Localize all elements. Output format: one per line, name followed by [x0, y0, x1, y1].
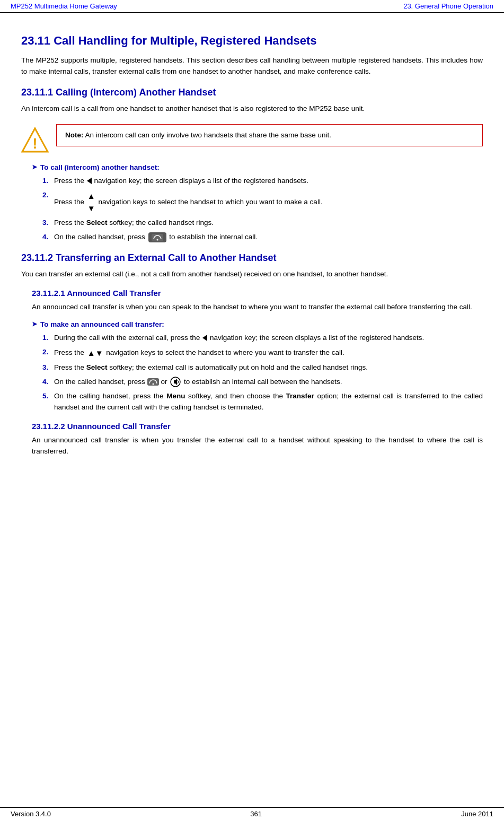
- section-23-11-2-2-title: 23.11.2.2 Unannounced Call Transfer: [32, 422, 483, 431]
- procedure-heading-announced-text: To make an announced call transfer:: [40, 320, 164, 328]
- announced-step-num-5: 5.: [42, 391, 54, 402]
- announced-step-4: 4. On the called handset, press or: [42, 377, 483, 388]
- page-wrapper: MP252 Multimedia Home Gateway 23. Genera…: [0, 0, 504, 820]
- intercom-step-3: 3. Press the Select softkey; the called …: [42, 217, 483, 229]
- call-button-icon-2: [147, 378, 161, 386]
- footer-left: Version 3.4.0: [11, 810, 51, 818]
- step-num-1: 1.: [42, 176, 54, 187]
- footer-center: 361: [250, 810, 262, 818]
- section-23-11-2-title: 23.11.2 Transferring an External Call to…: [21, 252, 483, 264]
- procedure-heading-text: To call (intercom) another handset:: [40, 163, 160, 171]
- announced-step-num-3: 3.: [42, 362, 54, 373]
- announced-step-text-3: Press the Select softkey; the external c…: [54, 362, 368, 373]
- section-23-11-2-1-body: An announced call transfer is when you c…: [32, 302, 483, 313]
- procedure-heading-announced: To make an announced call transfer:: [32, 320, 483, 328]
- intercom-step-1: 1. Press the navigation key; the screen …: [42, 176, 483, 187]
- announced-step-5: 5. On the calling handset, press the Men…: [42, 391, 483, 413]
- svg-point-3: [156, 239, 158, 241]
- step-text-1: Press the navigation key; the screen dis…: [54, 176, 308, 187]
- section-23-11-title: 23.11 Call Handling for Multiple, Regist…: [21, 34, 483, 48]
- page-content: 23.11 Call Handling for Multiple, Regist…: [0, 13, 504, 473]
- select-keyword-1: Select: [86, 219, 108, 226]
- announced-step-num-2: 2.: [42, 347, 54, 358]
- announced-step-3: 3. Press the Select softkey; the externa…: [42, 362, 483, 373]
- nav-left-icon-1: [87, 178, 92, 184]
- section-23-11-2-2-body: An unannounced call transfer is when you…: [32, 435, 483, 457]
- intercom-steps-list: 1. Press the navigation key; the screen …: [42, 176, 483, 243]
- step-num-2: 2.: [42, 190, 54, 201]
- warning-icon: !: [21, 126, 49, 154]
- step-num-4: 4.: [42, 232, 54, 243]
- menu-keyword: Menu: [166, 392, 185, 400]
- header-left: MP252 Multimedia Home Gateway: [11, 2, 117, 10]
- call-button-icon-1: [148, 232, 166, 242]
- nav-updown-icon-ann: ▲▼: [87, 347, 103, 359]
- page-header: MP252 Multimedia Home Gateway 23. Genera…: [0, 0, 504, 13]
- announced-step-num-1: 1.: [42, 333, 54, 344]
- header-right: 23. General Phone Operation: [403, 2, 493, 10]
- nav-updown-icon-2: ▲▼: [87, 190, 95, 215]
- step-text-4: On the called handset, press to establis…: [54, 232, 258, 243]
- announced-step-num-4: 4.: [42, 377, 54, 388]
- step-num-3: 3.: [42, 217, 54, 229]
- note-label: Note:: [65, 131, 84, 139]
- announced-steps-list: 1. During the call with the external cal…: [42, 333, 483, 413]
- section-23-11-2-body: You can transfer an external call (i.e.,…: [21, 269, 483, 280]
- announced-step-text-4: On the called handset, press or: [54, 377, 342, 388]
- announced-step-text-5: On the calling handset, press the Menu s…: [54, 391, 483, 413]
- announced-step-text-1: During the call with the external call, …: [54, 333, 424, 344]
- svg-text:!: !: [32, 135, 37, 152]
- step-text-2: Press the ▲▼ navigation keys to select t…: [54, 190, 323, 215]
- footer-right: June 2011: [461, 810, 493, 818]
- announced-step-1: 1. During the call with the external cal…: [42, 333, 483, 344]
- transfer-keyword: Transfer: [286, 392, 314, 400]
- section-23-11-body: The MP252 supports multiple, registered …: [21, 55, 483, 77]
- note-box-wrapper: ! Note: An intercom call can only involv…: [21, 124, 483, 154]
- note-content: An intercom call can only involve two ha…: [85, 131, 332, 139]
- step-text-3: Press the Select softkey; the called han…: [54, 217, 214, 229]
- intercom-step-4: 4. On the called handset, press to estab…: [42, 232, 483, 243]
- page-footer: Version 3.4.0 361 June 2011: [0, 807, 504, 820]
- select-keyword-2: Select: [86, 363, 108, 371]
- procedure-heading-intercom: To call (intercom) another handset:: [32, 163, 483, 171]
- speaker-icon: [170, 377, 181, 388]
- section-23-11-1-body: An intercom call is a call from one hand…: [21, 103, 483, 115]
- section-23-11-1-title: 23.11.1 Calling (Intercom) Another Hands…: [21, 87, 483, 98]
- intercom-step-2: 2. Press the ▲▼ navigation keys to selec…: [42, 190, 483, 215]
- svg-point-5: [152, 383, 154, 385]
- note-box: Note: An intercom call can only involve …: [56, 124, 483, 146]
- announced-step-text-2: Press the ▲▼ navigation keys to select t…: [54, 347, 344, 359]
- section-23-11-2-1-title: 23.11.2.1 Announced Call Transfer: [32, 289, 483, 298]
- nav-left-icon-ann-1: [202, 335, 207, 341]
- announced-step-2: 2. Press the ▲▼ navigation keys to selec…: [42, 347, 483, 359]
